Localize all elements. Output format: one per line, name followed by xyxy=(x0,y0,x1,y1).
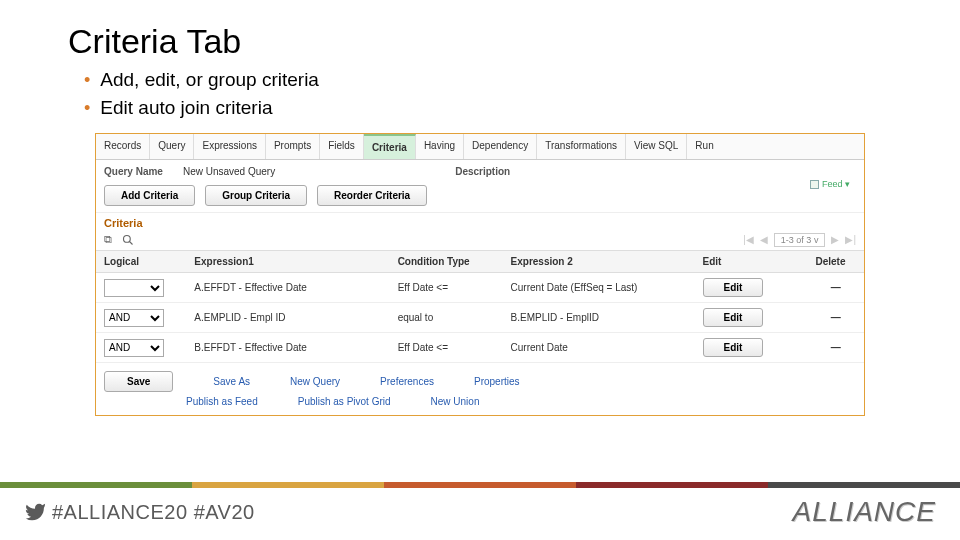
query-name-label: Query Name xyxy=(104,166,163,177)
cond-cell: Eff Date <= xyxy=(390,333,503,363)
delete-row-button[interactable]: — xyxy=(808,333,865,363)
delete-row-button[interactable]: — xyxy=(808,273,865,303)
slide-footer: #ALLIANCE20 #AV20 ALLIANCE xyxy=(0,482,960,540)
tab-prompts[interactable]: Prompts xyxy=(266,134,320,159)
cond-cell: equal to xyxy=(390,303,503,333)
pager: |◀ ◀ 1-3 of 3 v ▶ ▶| xyxy=(743,233,856,247)
query-info-row: Query Name New Unsaved Query Description xyxy=(96,160,864,181)
col-delete: Delete xyxy=(808,251,865,273)
save-button[interactable]: Save xyxy=(104,371,173,392)
edit-row-button[interactable]: Edit xyxy=(703,278,764,297)
bullet-dot-icon: • xyxy=(84,99,90,117)
table-row: A.EFFDT - Effective Date Eff Date <= Cur… xyxy=(96,273,864,303)
tab-dependency[interactable]: Dependency xyxy=(464,134,537,159)
pager-range-text: 1-3 of 3 xyxy=(781,235,812,245)
bullet-list: •Add, edit, or group criteria •Edit auto… xyxy=(0,69,960,119)
svg-point-0 xyxy=(124,235,131,242)
search-icon[interactable] xyxy=(122,234,134,246)
bullet-item: •Add, edit, or group criteria xyxy=(84,69,960,91)
publish-pivot-link[interactable]: Publish as Pivot Grid xyxy=(298,396,391,407)
footer-stripe xyxy=(0,482,960,488)
group-criteria-button[interactable]: Group Criteria xyxy=(205,185,307,206)
pager-first-icon[interactable]: |◀ xyxy=(743,234,754,245)
expr2-cell: B.EMPLID - EmplID xyxy=(503,303,695,333)
bullet-item: •Edit auto join criteria xyxy=(84,97,960,119)
logical-select[interactable] xyxy=(104,279,164,297)
grid-action-icon[interactable]: ⧉ xyxy=(104,233,112,246)
table-row: AND B.EFFDT - Effective Date Eff Date <=… xyxy=(96,333,864,363)
bullet-text: Edit auto join criteria xyxy=(100,97,272,119)
table-row: AND A.EMPLID - Empl ID equal to B.EMPLID… xyxy=(96,303,864,333)
expr2-cell: Current Date xyxy=(503,333,695,363)
col-expr1: Expression1 xyxy=(186,251,389,273)
tabstrip: Records Query Expressions Prompts Fields… xyxy=(96,134,864,160)
criteria-section-header: Criteria xyxy=(96,212,864,231)
col-logical: Logical xyxy=(96,251,186,273)
pager-last-icon[interactable]: ▶| xyxy=(845,234,856,245)
query-name-value: New Unsaved Query xyxy=(183,166,275,177)
bullet-text: Add, edit, or group criteria xyxy=(100,69,319,91)
tab-query[interactable]: Query xyxy=(150,134,194,159)
bullet-dot-icon: • xyxy=(84,71,90,89)
add-criteria-button[interactable]: Add Criteria xyxy=(104,185,195,206)
new-union-link[interactable]: New Union xyxy=(431,396,480,407)
feed-label: Feed xyxy=(822,179,843,189)
chevron-down-icon: ▾ xyxy=(845,179,850,189)
pager-prev-icon[interactable]: ◀ xyxy=(760,234,768,245)
tab-transformations[interactable]: Transformations xyxy=(537,134,626,159)
col-expr2: Expression 2 xyxy=(503,251,695,273)
criteria-button-row: Add Criteria Group Criteria Reorder Crit… xyxy=(96,181,864,212)
feed-link[interactable]: Feed ▾ xyxy=(810,179,850,189)
tab-having[interactable]: Having xyxy=(416,134,464,159)
pager-range[interactable]: 1-3 of 3 v xyxy=(774,233,826,247)
reorder-criteria-button[interactable]: Reorder Criteria xyxy=(317,185,427,206)
edit-row-button[interactable]: Edit xyxy=(703,338,764,357)
grid-toolbar: ⧉ |◀ ◀ 1-3 of 3 v ▶ ▶| xyxy=(96,231,864,250)
cond-cell: Eff Date <= xyxy=(390,273,503,303)
alliance-logo: ALLIANCE xyxy=(793,496,936,528)
logical-select[interactable]: AND xyxy=(104,309,164,327)
action-links-row-2: Publish as Feed Publish as Pivot Grid Ne… xyxy=(96,396,864,415)
grid-header-row: Logical Expression1 Condition Type Expre… xyxy=(96,251,864,273)
col-cond: Condition Type xyxy=(390,251,503,273)
svg-line-1 xyxy=(130,241,133,244)
tab-criteria[interactable]: Criteria xyxy=(364,134,416,159)
slide-title: Criteria Tab xyxy=(0,0,960,69)
delete-row-button[interactable]: — xyxy=(808,303,865,333)
tab-expressions[interactable]: Expressions xyxy=(194,134,265,159)
hashtag-text: #ALLIANCE20 #AV20 xyxy=(52,501,255,524)
pager-next-icon[interactable]: ▶ xyxy=(831,234,839,245)
action-links-row-1: Save Save As New Query Preferences Prope… xyxy=(96,363,864,396)
logical-select[interactable]: AND xyxy=(104,339,164,357)
publish-feed-link[interactable]: Publish as Feed xyxy=(186,396,258,407)
query-manager-window: Records Query Expressions Prompts Fields… xyxy=(95,133,865,416)
col-edit: Edit xyxy=(695,251,808,273)
description-label: Description xyxy=(455,166,510,177)
properties-link[interactable]: Properties xyxy=(474,376,520,387)
preferences-link[interactable]: Preferences xyxy=(380,376,434,387)
expr2-cell: Current Date (EffSeq = Last) xyxy=(503,273,695,303)
expr1-cell: A.EMPLID - Empl ID xyxy=(186,303,389,333)
tab-view-sql[interactable]: View SQL xyxy=(626,134,687,159)
tab-records[interactable]: Records xyxy=(96,134,150,159)
save-as-link[interactable]: Save As xyxy=(213,376,250,387)
edit-row-button[interactable]: Edit xyxy=(703,308,764,327)
expr1-cell: A.EFFDT - Effective Date xyxy=(186,273,389,303)
criteria-grid: Logical Expression1 Condition Type Expre… xyxy=(96,250,864,363)
chevron-down-icon: v xyxy=(814,235,819,245)
new-query-link[interactable]: New Query xyxy=(290,376,340,387)
tab-fields[interactable]: Fields xyxy=(320,134,364,159)
hashtag-block: #ALLIANCE20 #AV20 xyxy=(24,501,255,524)
tab-run[interactable]: Run xyxy=(687,134,721,159)
expr1-cell: B.EFFDT - Effective Date xyxy=(186,333,389,363)
twitter-bird-icon xyxy=(24,501,46,523)
feed-icon xyxy=(810,180,819,189)
